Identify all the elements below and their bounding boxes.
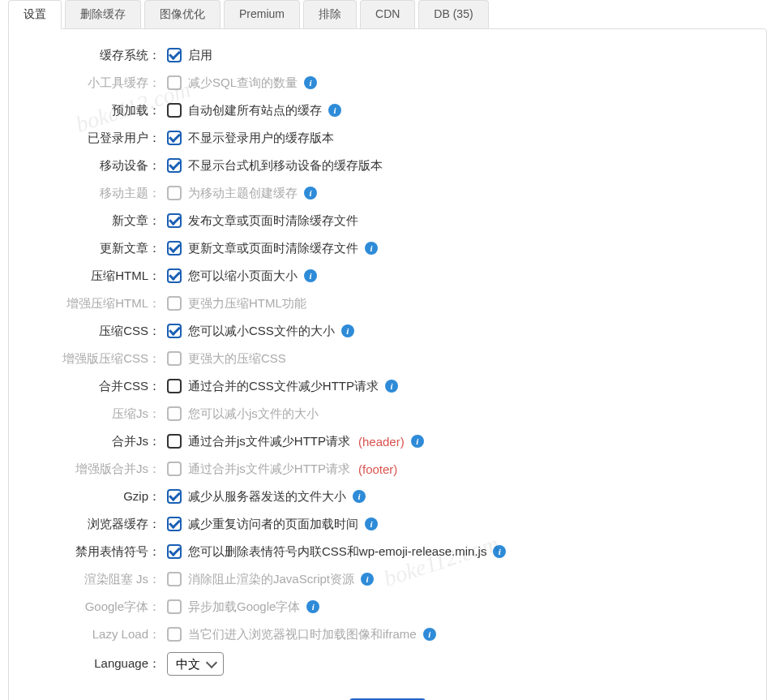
desc-minify-html: 您可以缩小页面大小: [188, 268, 298, 284]
desc-minify-css-plus: 更强大的压缩CSS: [188, 351, 286, 367]
info-icon[interactable]: [365, 517, 378, 530]
tab-0[interactable]: 设置: [8, 0, 62, 29]
info-icon[interactable]: [304, 76, 317, 89]
desc-lazy-load: 当它们进入浏览器视口时加载图像和iframe: [188, 627, 417, 642]
label-render-blocking-js: 渲染阻塞 Js：: [25, 572, 167, 587]
checkbox-combine-js[interactable]: [167, 434, 182, 449]
desc-logged-in-users: 不显示登录用户的缓存版本: [188, 131, 334, 146]
checkbox-render-blocking-js[interactable]: [167, 572, 182, 586]
label-gzip: Gzip：: [25, 489, 167, 505]
row-combine-css: 合并CSS：通过合并的CSS文件减少HTTP请求: [25, 376, 750, 396]
label-minify-css-plus: 增强版压缩CSS：: [25, 351, 167, 367]
row-google-fonts: Google字体：异步加载Google字体: [25, 597, 750, 616]
info-icon[interactable]: [306, 600, 319, 613]
checkbox-preload[interactable]: [167, 103, 182, 118]
info-icon[interactable]: [353, 490, 366, 503]
checkbox-mobile[interactable]: [167, 158, 182, 173]
label-minify-js: 压缩Js：: [25, 406, 167, 422]
row-minify-js: 压缩Js：您可以减小js文件的大小: [25, 404, 750, 423]
tab-1[interactable]: 删除缓存: [65, 0, 141, 29]
row-cache-system: 缓存系统：启用: [25, 45, 750, 65]
checkbox-minify-css[interactable]: [167, 324, 182, 338]
label-cache-system: 缓存系统：: [25, 48, 167, 63]
label-combine-css: 合并CSS：: [25, 379, 167, 394]
desc-minify-html-plus: 更强力压缩HTML功能: [188, 296, 306, 311]
checkbox-google-fonts[interactable]: [167, 599, 182, 614]
checkbox-cache-system[interactable]: [167, 48, 182, 62]
row-browser-caching: 浏览器缓存：减少重复访问者的页面加载时间: [25, 514, 750, 534]
row-disable-emojis: 禁用表情符号：您可以删除表情符号内联CSS和wp-emoji-release.m…: [25, 542, 750, 561]
row-preload: 预加载：自动创建所有站点的缓存: [25, 101, 750, 120]
desc-google-fonts: 异步加载Google字体: [188, 599, 300, 615]
checkbox-widget-cache[interactable]: [167, 75, 182, 90]
info-icon[interactable]: [411, 435, 424, 448]
language-label: Language：: [25, 656, 167, 672]
checkbox-logged-in-users[interactable]: [167, 131, 182, 145]
desc-new-post: 发布文章或页面时清除缓存文件: [188, 213, 358, 229]
desc-combine-css: 通过合并的CSS文件减少HTTP请求: [188, 379, 379, 394]
label-disable-emojis: 禁用表情符号：: [25, 544, 167, 560]
tab-4[interactable]: 排除: [303, 0, 357, 29]
tab-2[interactable]: 图像优化: [144, 0, 221, 29]
checkbox-mobile-theme[interactable]: [167, 186, 182, 200]
row-lazy-load: Lazy Load：当它们进入浏览器视口时加载图像和iframe: [25, 625, 750, 644]
desc-render-blocking-js: 消除阻止渲染的JavaScript资源: [188, 572, 354, 587]
tab-5[interactable]: CDN: [360, 0, 415, 29]
desc-widget-cache: 减少SQL查询的数量: [188, 75, 298, 91]
info-icon[interactable]: [493, 545, 506, 558]
checkbox-combine-js-plus[interactable]: [167, 462, 182, 476]
desc-update-post: 更新文章或页面时清除缓存文件: [188, 241, 358, 256]
label-preload: 预加载：: [25, 103, 167, 118]
row-combine-js-plus: 增强版合并Js：通过合并js文件减少HTTP请求(footer): [25, 459, 750, 479]
checkbox-combine-css[interactable]: [167, 379, 182, 393]
row-render-blocking-js: 渲染阻塞 Js：消除阻止渲染的JavaScript资源: [25, 569, 750, 589]
label-minify-css: 压缩CSS：: [25, 324, 167, 339]
language-select[interactable]: 中文: [167, 652, 224, 676]
checkbox-gzip[interactable]: [167, 489, 182, 504]
label-logged-in-users: 已登录用户：: [25, 131, 167, 146]
desc-mobile: 不显示台式机到移动设备的缓存版本: [188, 158, 383, 174]
label-lazy-load: Lazy Load：: [25, 627, 167, 642]
info-icon[interactable]: [385, 380, 398, 393]
desc-gzip: 减少从服务器发送的文件大小: [188, 489, 346, 505]
row-combine-js: 合并Js：通过合并js文件减少HTTP请求(header): [25, 432, 750, 451]
info-icon[interactable]: [328, 104, 341, 117]
info-icon[interactable]: [361, 573, 374, 586]
info-icon[interactable]: [423, 628, 436, 641]
checkbox-minify-html[interactable]: [167, 268, 182, 283]
label-mobile: 移动设备：: [25, 158, 167, 174]
label-widget-cache: 小工具缓存：: [25, 75, 167, 91]
checkbox-lazy-load[interactable]: [167, 627, 182, 642]
info-icon[interactable]: [341, 324, 354, 337]
label-minify-html: 压缩HTML：: [25, 268, 167, 284]
row-gzip: Gzip：减少从服务器发送的文件大小: [25, 487, 750, 506]
desc-disable-emojis: 您可以删除表情符号内联CSS和wp-emoji-release.min.js: [188, 544, 486, 560]
desc-minify-css: 您可以减小CSS文件的大小: [188, 324, 335, 339]
checkbox-new-post[interactable]: [167, 213, 182, 228]
row-minify-css-plus: 增强版压缩CSS：更强大的压缩CSS: [25, 349, 750, 368]
desc-cache-system: 启用: [188, 48, 212, 63]
label-minify-html-plus: 增强压缩HTML：: [25, 296, 167, 311]
row-update-post: 更新文章：更新文章或页面时清除缓存文件: [25, 238, 750, 258]
checkbox-browser-caching[interactable]: [167, 517, 182, 531]
label-mobile-theme: 移动主题：: [25, 186, 167, 201]
desc-minify-js: 您可以减小js文件的大小: [188, 406, 319, 422]
checkbox-update-post[interactable]: [167, 241, 182, 256]
desc-combine-js-plus: 通过合并js文件减少HTTP请求: [188, 462, 350, 477]
info-icon[interactable]: [365, 242, 378, 255]
checkbox-minify-html-plus[interactable]: [167, 296, 182, 311]
tab-3[interactable]: Premium: [224, 0, 300, 29]
row-new-post: 新文章：发布文章或页面时清除缓存文件: [25, 211, 750, 230]
checkbox-minify-js[interactable]: [167, 406, 182, 421]
tab-6[interactable]: DB (35): [418, 0, 488, 29]
checkbox-minify-css-plus[interactable]: [167, 351, 182, 366]
info-icon[interactable]: [304, 187, 317, 200]
checkbox-disable-emojis[interactable]: [167, 544, 182, 559]
info-icon[interactable]: [304, 269, 317, 282]
row-widget-cache: 小工具缓存：减少SQL查询的数量: [25, 73, 750, 92]
desc-mobile-theme: 为移动主题创建缓存: [188, 186, 298, 201]
label-update-post: 更新文章：: [25, 241, 167, 256]
label-combine-js-plus: 增强版合并Js：: [25, 462, 167, 477]
row-logged-in-users: 已登录用户：不显示登录用户的缓存版本: [25, 128, 750, 148]
label-google-fonts: Google字体：: [25, 599, 167, 615]
